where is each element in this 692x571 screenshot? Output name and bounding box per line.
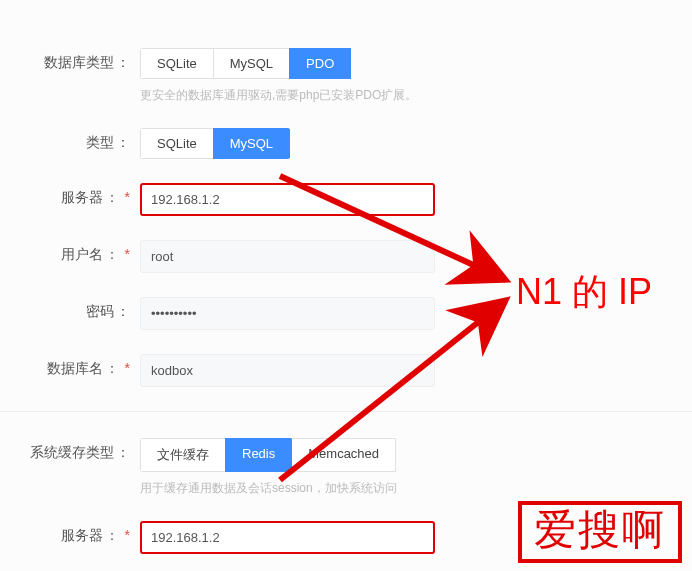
row-db-type: 数据库类型： SQLite MySQL PDO 更安全的数据库通用驱动,需要ph…	[0, 48, 692, 104]
row-password: 密码：	[0, 297, 692, 330]
server-input[interactable]	[140, 183, 435, 216]
label-cache-server: 服务器：*	[0, 521, 140, 545]
row-username: 用户名：*	[0, 240, 692, 273]
label-dbname: 数据库名：*	[0, 354, 140, 378]
row-cache-server: 服务器：*	[0, 521, 692, 554]
dbname-input[interactable]	[140, 354, 435, 387]
row-type: 类型： SQLite MySQL	[0, 128, 692, 159]
row-server: 服务器：*	[0, 183, 692, 216]
cache-opt-memcached[interactable]: Memcached	[291, 438, 396, 472]
db-type-opt-sqlite[interactable]: SQLite	[140, 48, 213, 79]
section-divider	[0, 411, 692, 412]
db-type-opt-mysql[interactable]: MySQL	[213, 48, 289, 79]
label-cache-type: 系统缓存类型：	[0, 438, 140, 462]
label-type: 类型：	[0, 128, 140, 152]
type-segment: SQLite MySQL	[140, 128, 290, 159]
db-config-form: 数据库类型： SQLite MySQL PDO 更安全的数据库通用驱动,需要ph…	[0, 0, 692, 571]
cache-opt-redis[interactable]: Redis	[225, 438, 291, 472]
db-type-segment: SQLite MySQL PDO	[140, 48, 417, 79]
cache-type-segment: 文件缓存 Redis Memcached	[140, 438, 397, 472]
cache-type-hint: 用于缓存通用数据及会话session，加快系统访问	[140, 480, 397, 497]
cache-server-input[interactable]	[140, 521, 435, 554]
username-input[interactable]	[140, 240, 435, 273]
password-input[interactable]	[140, 297, 435, 330]
type-opt-sqlite[interactable]: SQLite	[140, 128, 213, 159]
db-type-opt-pdo[interactable]: PDO	[289, 48, 351, 79]
label-username: 用户名：*	[0, 240, 140, 264]
type-opt-mysql[interactable]: MySQL	[213, 128, 290, 159]
label-db-type: 数据库类型：	[0, 48, 140, 72]
db-type-hint: 更安全的数据库通用驱动,需要php已安装PDO扩展。	[140, 87, 417, 104]
cache-opt-file[interactable]: 文件缓存	[140, 438, 225, 472]
row-cache-type: 系统缓存类型： 文件缓存 Redis Memcached 用于缓存通用数据及会话…	[0, 438, 692, 497]
label-server: 服务器：*	[0, 183, 140, 207]
row-dbname: 数据库名：*	[0, 354, 692, 387]
label-password: 密码：	[0, 297, 140, 321]
